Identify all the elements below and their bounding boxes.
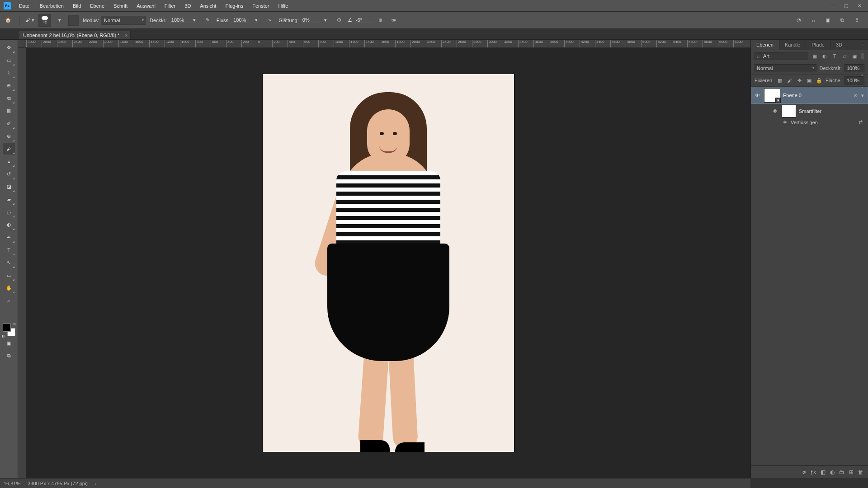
brush-preset-picker[interactable]: 42 [38, 14, 51, 27]
menu-ebene[interactable]: Ebene [85, 0, 109, 12]
pressure-opacity-icon[interactable]: ✎ [203, 15, 213, 25]
path-select-tool[interactable]: ↖ [3, 257, 15, 268]
crop-tool[interactable]: ⧉ [3, 92, 15, 104]
brush-dropdown-icon[interactable]: ▾ [55, 15, 65, 25]
eyedropper-tool[interactable]: ✐ [3, 117, 15, 129]
edit-toolbar[interactable]: ⋯ [3, 307, 15, 319]
angle-value[interactable]: -6° [354, 17, 372, 23]
delete-layer-icon[interactable]: 🗑 [858, 469, 863, 475]
smoothing-options-icon[interactable]: ⚙ [334, 15, 344, 25]
filter-smart-icon[interactable]: ▣ [851, 52, 858, 60]
tab-pfade[interactable]: Pfade [806, 40, 830, 50]
filter-blending-options-icon[interactable]: ⇄ [859, 119, 866, 125]
dodge-tool[interactable]: ◐ [3, 219, 15, 230]
cloud-docs-icon[interactable]: ◔ [794, 15, 804, 25]
clone-tool[interactable]: ▴ [3, 155, 15, 167]
gradient-tool[interactable]: ▰ [3, 193, 15, 205]
quickmask-icon[interactable]: ▣ [823, 15, 833, 25]
menu-plugins[interactable]: Plug-ins [221, 0, 248, 12]
type-tool[interactable]: T [3, 244, 15, 256]
canvas[interactable] [26, 48, 750, 478]
eraser-tool[interactable]: ◪ [3, 181, 15, 192]
layer-blend-mode[interactable]: Normal [755, 64, 816, 72]
flow-dropdown-icon[interactable]: ▾ [251, 15, 261, 25]
lock-all-icon[interactable]: 🔒 [816, 77, 823, 84]
lock-transparent-icon[interactable]: ▦ [776, 77, 783, 84]
history-brush-tool[interactable]: ↺ [3, 168, 15, 180]
close-tab-icon[interactable]: × [125, 33, 128, 38]
document-tab[interactable]: Unbenannt-2 bei 16,8% (Ebene 0, RGB/8) *… [18, 31, 131, 39]
hand-tool[interactable]: ✋ [3, 282, 15, 294]
tab-kanaele[interactable]: Kanäle [779, 40, 806, 50]
vertical-ruler[interactable] [18, 48, 26, 478]
lasso-tool[interactable]: ⌇ [3, 67, 15, 79]
filter-toggle-icon[interactable] [861, 53, 864, 59]
layer-collapse-icon[interactable]: ▾ [859, 93, 866, 99]
new-group-icon[interactable]: 🗀 [839, 469, 844, 475]
share-icon[interactable]: ⇪ [852, 15, 862, 25]
adjustment-layer-icon[interactable]: ◐ [830, 469, 835, 475]
menu-hilfe[interactable]: Hilfe [274, 0, 292, 12]
horizontal-ruler[interactable]: 3000280026002400220020001800160014001200… [26, 40, 750, 48]
layer-mask-icon[interactable]: ◧ [821, 469, 826, 475]
quickmask-toggle[interactable]: ▣ [3, 337, 15, 349]
layer-thumbnail[interactable]: ▣ [764, 88, 780, 103]
foreground-color[interactable] [3, 324, 11, 332]
close-button[interactable]: ✕ [853, 1, 866, 10]
move-tool[interactable]: ✥ [3, 42, 15, 53]
opacity-dropdown-icon[interactable]: ▾ [189, 15, 199, 25]
layer-expand-icon[interactable]: ⊙ [852, 93, 859, 99]
filter-shape-icon[interactable]: ▱ [841, 52, 848, 60]
zoom-tool[interactable]: ⌕ [3, 295, 15, 306]
screenmode-icon[interactable]: ⧉ [837, 15, 847, 25]
menu-datei[interactable]: Datei [14, 0, 35, 12]
screen-mode-tool[interactable]: ⧉ [3, 350, 15, 361]
lock-position-icon[interactable]: ✥ [796, 77, 803, 84]
menu-3d[interactable]: 3D [180, 0, 195, 12]
blur-tool[interactable]: ◌ [3, 206, 15, 218]
panel-menu-icon[interactable]: ≡ [858, 40, 868, 50]
new-layer-icon[interactable]: ⊞ [849, 469, 854, 475]
frame-tool[interactable]: ⊠ [3, 105, 15, 117]
blend-mode-dropdown[interactable]: Normal [101, 16, 146, 25]
marquee-tool[interactable]: ▭ [3, 54, 15, 66]
verfluessigen-visibility-icon[interactable]: 👁 [782, 120, 788, 125]
lock-pixels-icon[interactable]: 🖌 [786, 77, 793, 84]
smoothing-dropdown-icon[interactable]: ▾ [321, 15, 330, 25]
link-layers-icon[interactable]: ⌀ [802, 469, 806, 475]
tab-ebenen[interactable]: Ebenen [751, 40, 779, 50]
menu-bild[interactable]: Bild [68, 0, 85, 12]
symmetry-icon[interactable]: ఋ [389, 15, 399, 25]
ruler-origin[interactable] [18, 40, 26, 48]
pressure-size-icon[interactable]: ⊛ [376, 15, 386, 25]
layer-style-icon[interactable]: ƒx [810, 469, 816, 475]
visibility-toggle-icon[interactable]: 👁 [753, 93, 761, 98]
menu-schrift[interactable]: Schrift [109, 0, 132, 12]
layer-filter-type[interactable]: Art [755, 52, 808, 60]
smartfilter-verfluessigen[interactable]: 👁 Verflüssigen ⇄ [751, 118, 868, 126]
smartfilter-visibility-icon[interactable]: 👁 [771, 108, 779, 114]
smoothing-value[interactable]: 0% [301, 17, 319, 23]
tab-3d[interactable]: 3D [830, 40, 848, 50]
home-button[interactable]: 🏠 [3, 15, 14, 26]
smartfilter-row[interactable]: 👁 Smartfilter [751, 104, 868, 118]
layer-name[interactable]: Ebene 0 [783, 93, 852, 98]
flow-value[interactable]: 100% [231, 17, 250, 23]
airbrush-icon[interactable]: ༄ [265, 15, 275, 25]
filter-image-icon[interactable]: ▦ [811, 52, 818, 60]
menu-fenster[interactable]: Fenster [248, 0, 274, 12]
layer-ebene0[interactable]: 👁 ▣ Ebene 0 ⊙ ▾ [751, 87, 868, 104]
menu-bearbeiten[interactable]: Bearbeiten [35, 0, 68, 12]
swap-colors-icon[interactable]: ⤭ [13, 322, 16, 326]
minimize-button[interactable]: — [826, 1, 839, 10]
filter-adjust-icon[interactable]: ◐ [821, 52, 828, 60]
brush-settings-button[interactable] [68, 15, 79, 26]
lock-artboard-icon[interactable]: ▣ [806, 77, 813, 84]
zoom-level[interactable]: 16,81% [4, 481, 20, 486]
smartfilter-mask-thumbnail[interactable] [782, 105, 796, 117]
fill-value[interactable]: 100% [844, 76, 864, 84]
quick-select-tool[interactable]: ⊕ [3, 80, 15, 91]
search-icon[interactable]: ⌕ [808, 15, 818, 25]
healing-tool[interactable]: ⊛ [3, 130, 15, 142]
menu-ansicht[interactable]: Ansicht [195, 0, 221, 12]
